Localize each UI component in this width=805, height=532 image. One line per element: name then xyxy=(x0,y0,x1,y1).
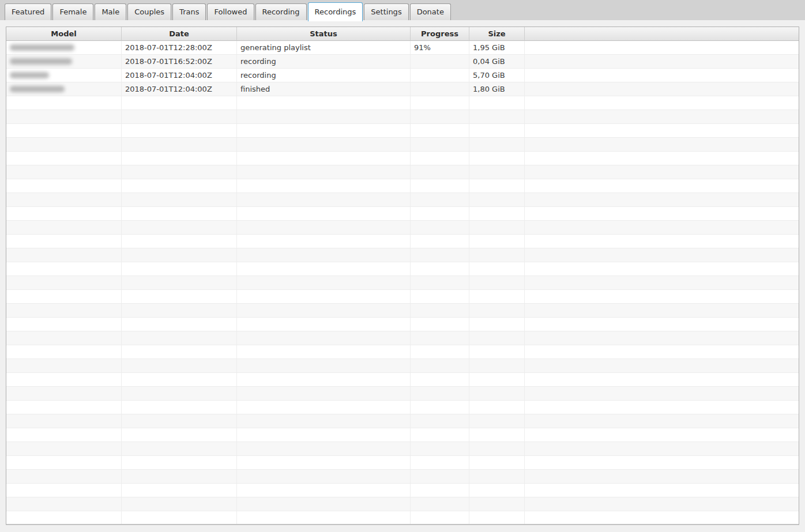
cell-date xyxy=(122,456,237,470)
table-row[interactable]: 2018-07-01T12:28:00Zgenerating playlist9… xyxy=(6,41,799,55)
cell-date xyxy=(122,262,237,276)
tab-featured[interactable]: Featured xyxy=(5,3,51,20)
column-header-model[interactable]: Model xyxy=(6,27,122,41)
cell-size xyxy=(469,138,525,152)
cell-size xyxy=(469,193,525,207)
tab-couples[interactable]: Couples xyxy=(127,3,171,20)
cell-size xyxy=(469,511,525,525)
tab-male[interactable]: Male xyxy=(95,3,126,20)
cell-extra xyxy=(525,345,799,359)
cell-extra xyxy=(525,193,799,207)
table-row-empty xyxy=(6,442,799,456)
cell-date: 2018-07-01T12:04:00Z xyxy=(122,82,237,96)
tab-trans[interactable]: Trans xyxy=(172,3,206,20)
cell-status xyxy=(237,235,411,248)
column-header-progress[interactable]: Progress xyxy=(411,27,469,41)
cell-progress xyxy=(411,235,469,248)
cell-model xyxy=(6,82,122,96)
cell-size xyxy=(469,96,525,110)
table-row-empty xyxy=(6,193,799,207)
cell-date xyxy=(122,442,237,456)
cell-extra xyxy=(525,331,799,345)
cell-model xyxy=(6,345,122,359)
cell-extra xyxy=(525,484,799,497)
table-row[interactable]: 2018-07-01T16:52:00Zrecording0,04 GiB xyxy=(6,55,799,69)
table-row-empty xyxy=(6,414,799,428)
column-header-status[interactable]: Status xyxy=(237,27,411,41)
cell-date: 2018-07-01T16:52:00Z xyxy=(122,55,237,69)
cell-date xyxy=(122,373,237,387)
table-row-empty xyxy=(6,262,799,276)
table-row-empty xyxy=(6,96,799,110)
table-row[interactable]: 2018-07-01T12:04:00Zfinished1,80 GiB xyxy=(6,82,799,96)
cell-date xyxy=(122,124,237,138)
cell-status xyxy=(237,262,411,276)
cell-model xyxy=(6,124,122,138)
cell-date xyxy=(122,152,237,165)
cell-model xyxy=(6,470,122,484)
cell-status xyxy=(237,110,411,124)
cell-extra xyxy=(525,138,799,152)
cell-progress xyxy=(411,318,469,331)
tab-female[interactable]: Female xyxy=(52,3,93,20)
cell-progress xyxy=(411,69,469,82)
tab-donate[interactable]: Donate xyxy=(410,3,451,20)
cell-date xyxy=(122,331,237,345)
cell-date xyxy=(122,484,237,497)
cell-extra xyxy=(525,359,799,373)
table-row-empty xyxy=(6,235,799,248)
cell-extra xyxy=(525,235,799,248)
cell-progress xyxy=(411,152,469,165)
cell-date xyxy=(122,387,237,401)
redacted-model-name xyxy=(10,72,49,78)
cell-progress xyxy=(411,82,469,96)
table-row-empty xyxy=(6,456,799,470)
cell-extra xyxy=(525,165,799,179)
table-row-empty xyxy=(6,401,799,414)
redacted-model-name xyxy=(10,44,74,51)
cell-date xyxy=(122,414,237,428)
column-header-extra[interactable] xyxy=(525,27,799,41)
cell-progress xyxy=(411,276,469,290)
recordings-table: ModelDateStatusProgressSize 2018-07-01T1… xyxy=(6,27,799,525)
table-row-empty xyxy=(6,470,799,484)
table-row-empty xyxy=(6,497,799,511)
cell-status xyxy=(237,373,411,387)
tab-recording[interactable]: Recording xyxy=(255,3,307,20)
cell-status xyxy=(237,497,411,511)
table-row[interactable]: 2018-07-01T12:04:00Zrecording5,70 GiB xyxy=(6,69,799,82)
cell-extra xyxy=(525,207,799,221)
cell-size xyxy=(469,484,525,497)
table-row-empty xyxy=(6,428,799,442)
tab-bar: FeaturedFemaleMaleCouplesTransFollowedRe… xyxy=(0,0,805,20)
tab-recordings[interactable]: Recordings xyxy=(308,2,363,21)
cell-status xyxy=(237,304,411,318)
cell-extra xyxy=(525,96,799,110)
cell-model xyxy=(6,193,122,207)
cell-model xyxy=(6,484,122,497)
cell-date xyxy=(122,165,237,179)
cell-size xyxy=(469,152,525,165)
cell-progress xyxy=(411,221,469,235)
column-header-date[interactable]: Date xyxy=(122,27,237,41)
cell-extra xyxy=(525,82,799,96)
cell-progress xyxy=(411,387,469,401)
cell-extra xyxy=(525,110,799,124)
cell-size xyxy=(469,456,525,470)
cell-extra xyxy=(525,387,799,401)
cell-date xyxy=(122,470,237,484)
cell-date xyxy=(122,401,237,414)
cell-date xyxy=(122,138,237,152)
cell-progress xyxy=(411,456,469,470)
table-row-empty xyxy=(6,359,799,373)
cell-date xyxy=(122,235,237,248)
column-header-size[interactable]: Size xyxy=(469,27,525,41)
cell-model xyxy=(6,304,122,318)
cell-extra xyxy=(525,373,799,387)
tab-settings[interactable]: Settings xyxy=(364,3,408,20)
cell-status: recording xyxy=(237,55,411,69)
cell-progress xyxy=(411,401,469,414)
table-row-empty xyxy=(6,331,799,345)
tab-followed[interactable]: Followed xyxy=(207,3,254,20)
cell-model xyxy=(6,138,122,152)
